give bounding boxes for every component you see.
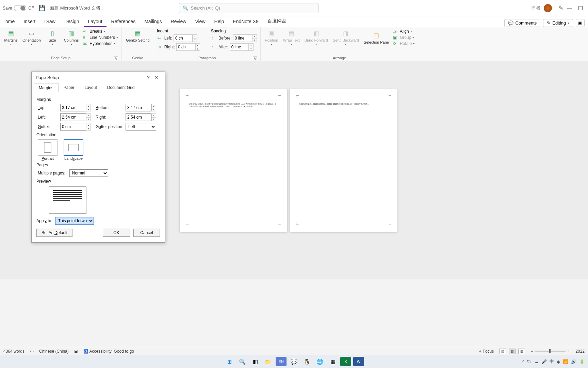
zoom-in-button[interactable]: +: [568, 349, 570, 354]
genko-setting-button[interactable]: ▦Genko Setting: [125, 29, 151, 43]
tab-layout[interactable]: Layout: [84, 17, 107, 27]
share-button[interactable]: ▣: [576, 19, 585, 27]
task-view[interactable]: ◧: [250, 357, 261, 366]
start-button[interactable]: ⊞: [224, 357, 235, 366]
dialog-tab-layout[interactable]: Layout: [80, 83, 102, 92]
tab-draw[interactable]: Draw: [40, 17, 60, 27]
indent-left-spinner[interactable]: ▴▾: [193, 34, 197, 42]
indent-right-input[interactable]: [176, 43, 195, 51]
hyphenation-button[interactable]: bcHyphenation ▾: [82, 41, 119, 46]
tray-battery-icon[interactable]: 🔋: [579, 359, 585, 364]
tab-home[interactable]: ome: [1, 17, 19, 27]
taskbar-search[interactable]: 🔍: [237, 357, 248, 366]
print-layout-button[interactable]: ▦: [509, 349, 516, 354]
gutter-spinner[interactable]: ▴▾: [86, 123, 91, 131]
focus-button[interactable]: ⌖ Focus: [479, 349, 494, 354]
selection-pane-button[interactable]: ◰Selection Pane: [362, 29, 390, 47]
tab-references[interactable]: References: [107, 17, 140, 27]
zoom-slider[interactable]: [535, 351, 566, 352]
toggle-switch[interactable]: [14, 5, 26, 11]
endnote-app[interactable]: EN: [276, 357, 287, 366]
tray-ime-icon[interactable]: 中: [550, 358, 554, 365]
accessibility-status[interactable]: ♿ Accessibility: Good to go: [83, 349, 134, 354]
bottom-input[interactable]: [126, 104, 151, 111]
tab-endnote[interactable]: EndNote X9: [229, 17, 263, 27]
qq-app[interactable]: 🐧: [301, 357, 312, 366]
tab-baidu[interactable]: 百度网盘: [263, 16, 291, 27]
top-input[interactable]: [60, 104, 86, 111]
dialog-tab-margins[interactable]: Margins: [34, 83, 59, 92]
tab-mailings[interactable]: Mailings: [140, 17, 166, 27]
wechat-app[interactable]: 💬: [289, 357, 299, 366]
spacing-before-spinner[interactable]: ▴▾: [252, 34, 257, 42]
read-mode-button[interactable]: ▤: [499, 349, 506, 354]
ok-button[interactable]: OK: [103, 229, 130, 237]
multiple-pages-select[interactable]: Normal: [69, 169, 108, 177]
file-explorer[interactable]: 📁: [263, 357, 274, 366]
tab-help[interactable]: Help: [210, 17, 228, 27]
tray-chevron-icon[interactable]: ^: [522, 359, 524, 364]
cancel-button[interactable]: Cancel: [133, 229, 160, 237]
right-input[interactable]: [126, 113, 151, 121]
tab-review[interactable]: Review: [167, 17, 191, 27]
top-spinner[interactable]: ▴▾: [86, 104, 91, 111]
spelling-icon[interactable]: ▭: [30, 349, 34, 354]
tab-view[interactable]: View: [191, 17, 209, 27]
document-page-1[interactable]: 相关研究方法综述… 政治经济学在国际贸易领域的应用研究由来已久，本文介绍的政治与…: [180, 89, 287, 232]
indent-right-spinner[interactable]: ▴▾: [195, 43, 200, 51]
dialog-tab-paper[interactable]: Paper: [59, 83, 80, 92]
dialog-tab-document-grid[interactable]: Document Grid: [102, 83, 140, 92]
align-button[interactable]: ⇲Align ▾: [392, 29, 415, 34]
document-title[interactable]: 新建 Microsoft Word 文档⌄: [50, 5, 104, 11]
right-spinner[interactable]: ▴▾: [151, 113, 156, 121]
word-count[interactable]: 4364 words: [3, 349, 24, 354]
tab-design[interactable]: Design: [60, 17, 83, 27]
autosave-toggle[interactable]: Save Off: [3, 5, 34, 11]
orientation-button[interactable]: ▭Orientation▾: [21, 29, 42, 47]
tray-security-icon[interactable]: 🛡: [527, 359, 532, 364]
indent-left-input[interactable]: [174, 34, 193, 42]
tab-insert[interactable]: Insert: [19, 17, 39, 27]
dialog-titlebar[interactable]: Page Setup ? ✕: [32, 72, 165, 83]
apply-to-select[interactable]: This point forward: [55, 217, 94, 225]
set-as-default-button[interactable]: Set As Default: [36, 229, 72, 237]
window-minimize[interactable]: —: [567, 5, 572, 11]
left-input[interactable]: [60, 113, 86, 121]
portrait-option[interactable]: Portrait: [38, 139, 58, 160]
bottom-spinner[interactable]: ▴▾: [151, 104, 156, 111]
tray-volume-icon[interactable]: 🔊: [571, 359, 576, 364]
columns-button[interactable]: ▥Columns▾: [63, 29, 80, 47]
tray-onedrive-icon[interactable]: ☁: [534, 359, 539, 364]
editing-mode-button[interactable]: ✎ Editing ▾: [543, 19, 573, 27]
user-account[interactable]: 行 者: [531, 4, 552, 12]
chrome-app[interactable]: 🌐: [314, 357, 325, 366]
search-input[interactable]: 🔍 Search (Alt+Q): [179, 3, 318, 13]
tray-app-icon[interactable]: ◆: [557, 359, 560, 364]
landscape-option[interactable]: Landscape: [64, 139, 83, 160]
web-layout-button[interactable]: ▥: [518, 349, 525, 354]
save-icon[interactable]: 💾: [38, 5, 45, 11]
size-button[interactable]: ▯Size▾: [44, 29, 61, 47]
page-setup-launcher[interactable]: ⬊: [114, 56, 118, 60]
comments-button[interactable]: 💬 Comments: [504, 19, 540, 27]
dialog-close-button[interactable]: ✕: [152, 75, 161, 80]
dialog-help-button[interactable]: ?: [144, 75, 152, 80]
calculator-app[interactable]: ▦: [327, 357, 338, 366]
display-settings-icon[interactable]: ▣: [74, 349, 78, 354]
tray-wifi-icon[interactable]: 📶: [563, 359, 568, 364]
pen-icon[interactable]: ✎: [559, 5, 563, 11]
line-numbers-button[interactable]: ≡Line Numbers ▾: [82, 35, 119, 40]
breaks-button[interactable]: ⤶Breaks ▾: [82, 29, 119, 34]
system-tray[interactable]: ^ 🛡 ☁ 🎤 中 ◆ 📶 🔊 🔋: [522, 358, 585, 365]
gutter-input[interactable]: [60, 123, 86, 131]
margins-button[interactable]: ▤Margins▾: [3, 29, 19, 47]
window-maximize[interactable]: [578, 6, 583, 10]
paragraph-launcher[interactable]: ⬊: [253, 56, 257, 60]
spacing-after-spinner[interactable]: ▴▾: [249, 43, 254, 51]
left-spinner[interactable]: ▴▾: [86, 113, 91, 121]
spacing-before-input[interactable]: [233, 34, 252, 42]
excel-app[interactable]: X: [340, 357, 351, 366]
gutter-position-select[interactable]: Left: [126, 123, 156, 131]
document-page-2[interactable]: 制裁的影响效应…2013年欧盟制裁…2005年-2015年间采取的制裁…对中国出…: [290, 89, 397, 232]
avatar[interactable]: [544, 4, 552, 12]
